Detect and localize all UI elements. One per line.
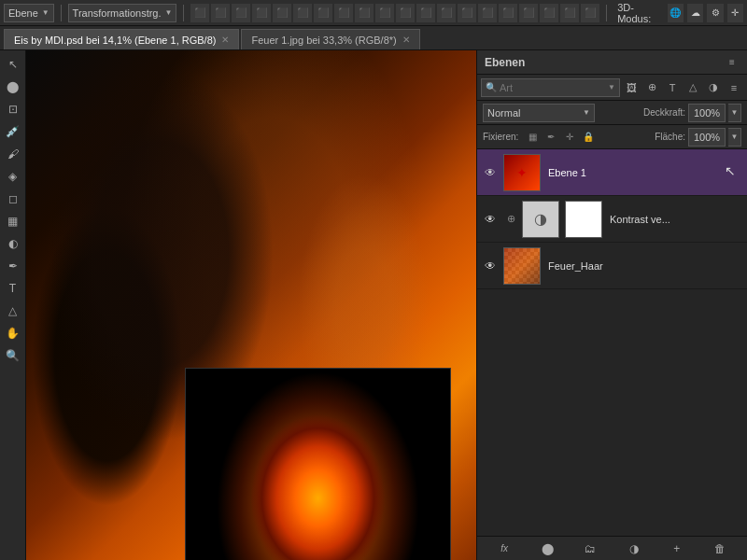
crosshair-icon[interactable]: ✛ [727, 4, 743, 22]
tool-text[interactable]: T [3, 278, 23, 299]
delete-layer-button[interactable]: 🗑 [710, 539, 730, 558]
3d-icon[interactable]: 🌐 [668, 4, 684, 22]
search-input[interactable] [500, 82, 605, 93]
fill-group: Fläche: 100% ▼ [655, 128, 741, 147]
blend-opacity-row: Normal ▼ Deckkraft: 100% ▼ [477, 101, 747, 125]
tool-icon-13[interactable]: ⬛ [437, 4, 456, 22]
search-box[interactable]: 🔍 ▼ [481, 78, 620, 97]
lock-move-icon[interactable]: ✛ [561, 129, 578, 146]
tool-icon-4[interactable]: ⬛ [252, 4, 271, 22]
tool-icon-10[interactable]: ⬛ [375, 4, 394, 22]
layer-icon-shape[interactable]: △ [684, 78, 702, 97]
tab-eis[interactable]: Eis by MDI.psd bei 14,1% (Ebene 1, RGB/8… [4, 29, 239, 49]
lock-all-icon[interactable]: 🔒 [580, 129, 597, 146]
layer-icon-text[interactable]: T [663, 78, 682, 97]
tab-feuer-label: Feuer 1.jpg bei 33,3% (RGB/8*) [251, 35, 396, 46]
layer-row-kontrast[interactable]: 👁 ⊕ ◑ Kontrast ve... [477, 196, 747, 243]
adjustment-icon: ◑ [534, 210, 547, 228]
panel-header: Ebenen ≡ [477, 50, 747, 75]
tool-icon-1[interactable]: ⬛ [190, 4, 209, 22]
tool-icon-20[interactable]: ⬛ [581, 4, 599, 22]
layer-visibility-kontrast[interactable]: 👁 [481, 210, 500, 229]
cloud-icon[interactable]: ☁ [687, 4, 703, 22]
tool-icon-19[interactable]: ⬛ [560, 4, 579, 22]
fixieren-label: Fixieren: [483, 132, 518, 142]
tool-icon-2[interactable]: ⬛ [211, 4, 230, 22]
layers-toolbar-icons: 🖼 ⊕ T △ ◑ ≡ [622, 78, 743, 97]
blend-mode-dropdown[interactable]: Normal ▼ [483, 104, 595, 122]
panel-menu-button[interactable]: ≡ [725, 55, 740, 70]
tool-icon-6[interactable]: ⬛ [293, 4, 312, 22]
tool-pen[interactable]: ✒ [3, 256, 23, 276]
tool-icon-3[interactable]: ⬛ [232, 4, 250, 22]
layers-toolbar: 🔍 ▼ 🖼 ⊕ T △ ◑ ≡ [477, 75, 747, 101]
add-mask-button[interactable]: ⬤ [537, 539, 557, 558]
tool-dodge[interactable]: ◐ [3, 233, 23, 254]
tool-eyedropper[interactable]: 💉 [3, 121, 23, 142]
tool-crop[interactable]: ⊡ [3, 99, 23, 119]
layer-icon-fx[interactable]: ⊕ [642, 78, 661, 97]
transform-label: Transformationstrg. [73, 7, 162, 19]
tool-icon-17[interactable]: ⬛ [519, 4, 538, 22]
tool-icon-12[interactable]: ⬛ [416, 4, 435, 22]
layer-type-adjustment-icon: ⊕ [503, 212, 518, 227]
layer-mask-kontrast [565, 201, 602, 238]
opacity-value[interactable]: 100% [688, 104, 726, 122]
tool-hand[interactable]: ✋ [3, 323, 23, 343]
feuer-haar-overlay [504, 248, 540, 284]
tool-icon-5[interactable]: ⬛ [273, 4, 291, 22]
lock-checkerboard-icon[interactable]: ▦ [524, 129, 541, 146]
fill-dropdown-arrow[interactable]: ▼ [728, 128, 741, 147]
layer-visibility-feuer-haar[interactable]: 👁 [481, 257, 500, 275]
tool-icon-8[interactable]: ⬛ [334, 4, 353, 22]
tab-eis-close[interactable]: ✕ [221, 35, 229, 45]
add-layer-button[interactable]: + [667, 539, 687, 558]
tool-brush[interactable]: 🖌 [3, 144, 23, 164]
toolbar-separator-2 [183, 5, 184, 21]
layer-info-feuer-haar: Feuer_Haar [544, 260, 743, 272]
opacity-label: Deckkraft: [643, 107, 685, 118]
3d-mode-label: 3D-Modus: [613, 2, 664, 24]
tool-icon-16[interactable]: ⬛ [499, 4, 517, 22]
layer-visibility-ebene1[interactable]: 👁 [481, 163, 500, 182]
tool-eraser[interactable]: ◻ [3, 189, 23, 209]
tool-zoom[interactable]: 🔍 [3, 345, 23, 366]
ebene-dropdown[interactable]: Ebene ▼ [4, 4, 54, 22]
toolbar-icons-group: ⬛ ⬛ ⬛ ⬛ ⬛ ⬛ ⬛ ⬛ ⬛ ⬛ ⬛ ⬛ ⬛ ⬛ ⬛ ⬛ ⬛ ⬛ ⬛ ⬛ [190, 4, 599, 22]
tool-icon-15[interactable]: ⬛ [478, 4, 497, 22]
embedded-canvas[interactable] [185, 368, 451, 560]
layer-icon-adjust[interactable]: ◑ [704, 78, 723, 97]
fill-value[interactable]: 100% [688, 128, 726, 147]
layer-row-feuer-haar[interactable]: 👁 Feuer_Haar [477, 243, 747, 289]
layer-thumb-ebene1 [503, 154, 541, 191]
search-dropdown-arrow[interactable]: ▼ [608, 83, 615, 91]
tool-icon-9[interactable]: ⬛ [355, 4, 374, 22]
fill-lock-row: Fixieren: ▦ ✒ ✛ 🔒 Fläche: 100% ▼ [477, 125, 747, 149]
tool-stamp[interactable]: ◈ [3, 166, 23, 187]
add-fx-button[interactable]: fx [494, 539, 514, 558]
canvas-area[interactable] [26, 50, 476, 560]
opacity-dropdown-arrow[interactable]: ▼ [728, 104, 741, 122]
transform-dropdown[interactable]: Transformationstrg. ▼ [68, 4, 177, 22]
blend-mode-arrow-icon: ▼ [583, 108, 590, 117]
layer-icon-more[interactable]: ≡ [725, 78, 743, 97]
tool-icon-18[interactable]: ⬛ [540, 4, 558, 22]
tab-feuer[interactable]: Feuer 1.jpg bei 33,3% (RGB/8*) ✕ [241, 29, 419, 49]
lock-brush-icon[interactable]: ✒ [543, 129, 559, 146]
tab-eis-label: Eis by MDI.psd bei 14,1% (Ebene 1, RGB/8… [14, 35, 216, 46]
layer-name-kontrast: Kontrast ve... [610, 214, 670, 225]
tool-icon-11[interactable]: ⬛ [396, 4, 415, 22]
tab-feuer-close[interactable]: ✕ [402, 35, 410, 45]
cursor-area: ↖ [725, 163, 743, 182]
create-group-button[interactable]: 🗂 [580, 539, 600, 558]
tool-shape[interactable]: △ [3, 301, 23, 321]
tool-icon-14[interactable]: ⬛ [458, 4, 476, 22]
tool-select[interactable]: ↖ [3, 54, 23, 75]
tool-gradient[interactable]: ▦ [3, 211, 23, 231]
layer-row-ebene1[interactable]: 👁 Ebene 1 ↖ [477, 149, 747, 196]
create-adjustment-button[interactable]: ◑ [624, 539, 644, 558]
tool-lasso[interactable]: ⬤ [3, 77, 23, 97]
layer-icon-image[interactable]: 🖼 [622, 78, 641, 97]
settings-icon[interactable]: ⚙ [707, 4, 723, 22]
tool-icon-7[interactable]: ⬛ [314, 4, 332, 22]
